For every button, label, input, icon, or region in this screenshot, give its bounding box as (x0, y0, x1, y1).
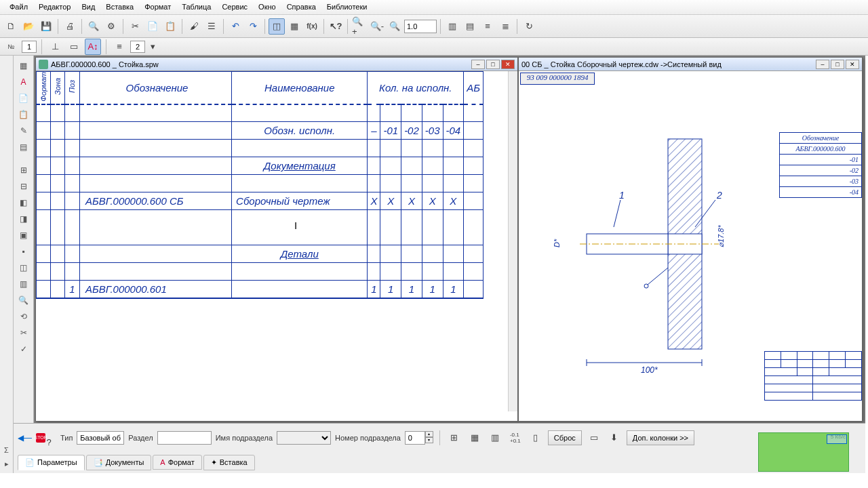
spin-up[interactable]: ▴ (425, 431, 433, 437)
down-icon[interactable]: ⬇ (606, 430, 623, 446)
doc-row-q0[interactable]: X (368, 192, 380, 210)
snap2-icon[interactable]: ▭ (66, 39, 82, 55)
mini-map[interactable]: 5 Кб/с (758, 432, 849, 472)
tab-format[interactable]: AФормат (153, 455, 201, 470)
line-input[interactable] (130, 41, 145, 53)
zoom-in-icon[interactable]: 🔍+ (351, 18, 368, 35)
menu-table[interactable]: Таблица (176, 0, 216, 14)
mode1-icon[interactable]: ◫ (269, 18, 285, 35)
menu-insert[interactable]: Вставка (100, 0, 139, 14)
zoom-out-icon[interactable]: 🔍- (369, 18, 385, 35)
brush-icon[interactable]: 🖌 (186, 18, 202, 35)
vtool-4-icon[interactable]: ▤ (16, 140, 31, 155)
doc-titlebar-left[interactable]: АБВГ.000000.600 _ Стойка.spw – □ ✕ (36, 58, 517, 71)
props-icon[interactable]: ☰ (203, 18, 220, 35)
doc-row-name[interactable]: Сборочный чертеж (232, 192, 368, 210)
snap1-icon[interactable]: ⊥ (47, 39, 63, 55)
part-q0[interactable]: 1 (368, 281, 380, 298)
close-button-drawing[interactable]: ✕ (846, 60, 859, 69)
tab-params[interactable]: 📄Параметры (18, 455, 85, 470)
menu-view[interactable]: Вид (76, 0, 100, 14)
vtool-5-icon[interactable]: ⊞ (16, 163, 31, 178)
menu-file[interactable]: Файл (4, 0, 33, 14)
part-row-designation[interactable]: АБВГ.000000.601 (79, 281, 231, 298)
refresh-icon[interactable]: ↻ (521, 18, 537, 35)
vtool-edit-icon[interactable]: ✎ (16, 123, 31, 138)
vtool-12-icon[interactable]: ▥ (16, 277, 31, 291)
open-icon[interactable]: 📂 (20, 18, 37, 35)
vtool-6-icon[interactable]: ⊟ (16, 179, 31, 194)
zoom-input[interactable] (404, 20, 437, 33)
scrollbar-vertical[interactable] (508, 71, 517, 411)
print-icon[interactable]: 🖨 (62, 18, 78, 35)
dim-icon[interactable]: -0.1+0.1 (507, 430, 524, 446)
section-input[interactable] (157, 431, 212, 445)
doc-row-q4[interactable]: X (443, 192, 464, 210)
vtool-9-icon[interactable]: ▣ (16, 228, 31, 243)
save-icon[interactable]: 💾 (38, 18, 54, 35)
maximize-button[interactable]: □ (486, 60, 500, 69)
layout-icon[interactable]: ⚙ (103, 18, 119, 35)
num-input[interactable] (22, 41, 37, 53)
align3-icon[interactable]: ≡ (479, 18, 496, 35)
menu-help[interactable]: Справка (281, 0, 321, 14)
vtool-14-icon[interactable]: ⟲ (16, 309, 31, 324)
cut-icon[interactable]: ✂ (127, 18, 143, 35)
zoom-fit-icon[interactable]: 🔍 (387, 18, 403, 35)
tab-insert[interactable]: ✦Вставка (203, 455, 255, 470)
minimize-button[interactable]: – (471, 60, 485, 69)
grid1-icon[interactable]: ⊞ (446, 430, 462, 446)
mode2-icon[interactable]: ▦ (286, 18, 302, 35)
menu-service[interactable]: Сервис (216, 0, 253, 14)
help-icon[interactable]: ? (41, 434, 57, 450)
num-icon[interactable]: № (3, 39, 19, 55)
part-q4[interactable]: 1 (443, 281, 464, 298)
grid2-icon[interactable]: ▦ (467, 430, 483, 446)
line-icon[interactable]: ≡ (111, 39, 127, 55)
vtool-16-icon[interactable]: ✓ (16, 342, 31, 357)
part-row-pos[interactable]: 1 (65, 281, 80, 298)
minimize-button[interactable]: – (816, 60, 829, 69)
reset-button[interactable]: Сброс (548, 430, 582, 445)
redo-icon[interactable]: ↷ (245, 18, 261, 35)
vtool-13-icon[interactable]: 🔍 (16, 293, 31, 308)
doc-row-q3[interactable]: X (422, 192, 443, 210)
part-q3[interactable]: 1 (422, 281, 443, 298)
menu-window[interactable]: Окно (253, 0, 281, 14)
tab-documents[interactable]: 📑Документы (86, 455, 152, 470)
align2-icon[interactable]: ▤ (462, 18, 478, 35)
vtool-11-icon[interactable]: ◫ (16, 260, 31, 275)
vtool-1-icon[interactable]: ▦ (16, 58, 31, 73)
snap3-icon[interactable]: A↕ (85, 39, 101, 55)
spin-down[interactable]: ▾ (425, 437, 433, 443)
sum-icon[interactable]: Σ (1, 445, 12, 455)
doc-row-q2[interactable]: X (401, 192, 422, 210)
doc-row-q1[interactable]: X (380, 192, 401, 210)
subname-select[interactable] (277, 431, 331, 445)
save2-icon[interactable]: ▭ (586, 430, 602, 446)
arrow-down-icon[interactable]: ▾ (148, 39, 157, 55)
back-button[interactable]: ◀— (18, 433, 32, 443)
align4-icon[interactable]: ≣ (497, 18, 513, 35)
extra-cols-button[interactable]: Доп. колонки >> (627, 430, 694, 445)
fx-icon[interactable]: f(x) (304, 18, 320, 35)
help-cursor-icon[interactable]: ↖? (328, 18, 344, 35)
menu-format[interactable]: Формат (139, 0, 176, 14)
chevron-right-icon[interactable]: ▸ (1, 458, 12, 469)
menu-editor[interactable]: Редактор (33, 0, 76, 14)
vtool-3-icon[interactable]: 📋 (16, 107, 31, 122)
vtool-10-icon[interactable]: ▪ (16, 244, 31, 259)
new-icon[interactable]: 🗋 (3, 18, 19, 35)
maximize-button[interactable]: □ (831, 60, 844, 69)
doc-titlebar-right[interactable]: 00 СБ _ Стойка Сборочный чертеж.cdw ->Си… (519, 58, 862, 71)
type-input[interactable] (77, 431, 124, 445)
doc-row-designation[interactable]: АБВГ.000000.600 СБ (79, 192, 231, 210)
undo-icon[interactable]: ↶ (227, 18, 243, 35)
vtool-15-icon[interactable]: ✂ (16, 325, 31, 340)
close-button[interactable]: ✕ (501, 60, 515, 69)
menu-libraries[interactable]: Библиотеки (321, 0, 373, 14)
vtool-text-icon[interactable]: A (16, 75, 31, 89)
grid3-icon[interactable]: ▥ (487, 430, 503, 446)
edit-cursor-cell[interactable]: I (232, 210, 368, 245)
spec-table[interactable]: Формат Зона Поз Обозначение Наименование… (36, 71, 517, 299)
